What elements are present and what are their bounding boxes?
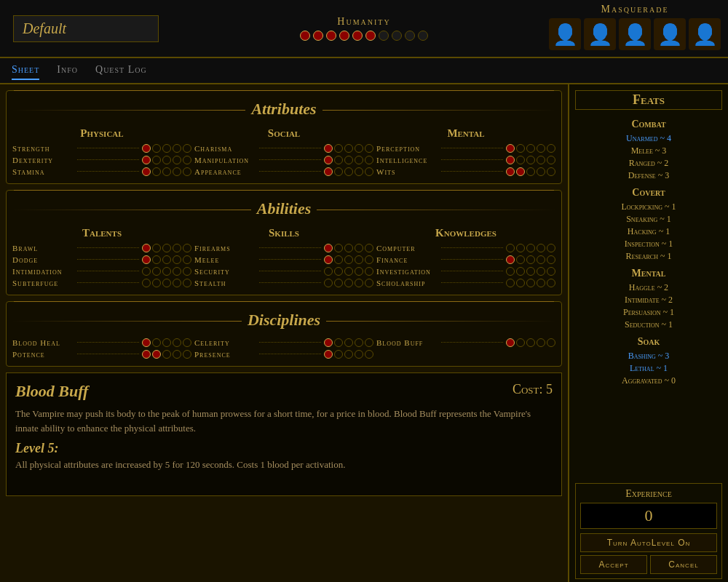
stat-dot[interactable] — [526, 156, 535, 164]
stat-dot[interactable] — [142, 144, 151, 153]
stat-dots[interactable] — [324, 255, 373, 264]
stat-dot[interactable] — [344, 279, 353, 287]
stat-dots[interactable] — [506, 144, 555, 153]
humanity-dot[interactable] — [392, 31, 402, 41]
stat-dot[interactable] — [547, 279, 555, 287]
stat-dot[interactable] — [152, 244, 161, 252]
humanity-dot[interactable] — [365, 31, 376, 41]
stat-dot[interactable] — [547, 338, 555, 347]
stat-dot[interactable] — [162, 267, 171, 276]
stat-dot[interactable] — [152, 144, 161, 153]
stat-dot[interactable] — [152, 167, 161, 176]
autolevel-button[interactable]: Turn AutoLevel On — [580, 533, 717, 552]
stat-dot[interactable] — [324, 279, 333, 287]
stat-dot[interactable] — [526, 279, 535, 287]
stat-dot[interactable] — [365, 167, 373, 176]
stat-dot[interactable] — [344, 244, 353, 252]
stat-dot[interactable] — [516, 156, 525, 164]
stat-dot[interactable] — [162, 156, 171, 164]
stat-dot[interactable] — [355, 144, 363, 153]
stat-dot[interactable] — [526, 267, 535, 276]
stat-dot[interactable] — [162, 350, 171, 359]
stat-dot[interactable] — [324, 167, 333, 176]
stat-dot[interactable] — [334, 144, 343, 153]
stat-dot[interactable] — [344, 267, 353, 276]
stat-dot[interactable] — [334, 255, 343, 264]
stat-dot[interactable] — [173, 338, 181, 347]
stat-dot[interactable] — [365, 267, 373, 276]
stat-dot[interactable] — [324, 244, 333, 252]
stat-dots[interactable] — [142, 255, 191, 264]
stat-dot[interactable] — [526, 167, 535, 176]
stat-dot[interactable] — [183, 279, 191, 287]
stat-dot[interactable] — [162, 279, 171, 287]
stat-dot[interactable] — [365, 156, 373, 164]
stat-dot[interactable] — [506, 267, 515, 276]
stat-dots[interactable] — [324, 338, 373, 347]
tab-quest-log[interactable]: Quest Log — [95, 61, 147, 80]
stat-dot[interactable] — [334, 156, 343, 164]
stat-dot[interactable] — [355, 255, 363, 264]
stat-dot[interactable] — [183, 244, 191, 252]
stat-dot[interactable] — [344, 338, 353, 347]
stat-dot[interactable] — [506, 338, 515, 347]
stat-dot[interactable] — [324, 255, 333, 264]
stat-dot[interactable] — [173, 255, 181, 264]
stat-dots[interactable] — [324, 156, 373, 164]
stat-dot[interactable] — [344, 144, 353, 153]
cancel-button[interactable]: Cancel — [650, 555, 717, 574]
stat-dot[interactable] — [506, 144, 515, 153]
stat-dot[interactable] — [173, 267, 181, 276]
humanity-dot[interactable] — [326, 31, 336, 41]
stat-dot[interactable] — [537, 338, 545, 347]
stat-dot[interactable] — [173, 144, 181, 153]
stat-dot[interactable] — [537, 279, 545, 287]
stat-dot[interactable] — [516, 244, 525, 252]
humanity-dot[interactable] — [300, 31, 310, 41]
stat-dots[interactable] — [324, 144, 373, 153]
stat-dots[interactable] — [506, 244, 555, 252]
stat-dots[interactable] — [142, 338, 191, 347]
stat-dot[interactable] — [355, 338, 363, 347]
stat-dot[interactable] — [537, 167, 545, 176]
stat-dots[interactable] — [324, 279, 373, 287]
stat-dots[interactable] — [142, 156, 191, 164]
stat-dot[interactable] — [547, 156, 555, 164]
stat-dot[interactable] — [173, 279, 181, 287]
stat-dots[interactable] — [506, 338, 555, 347]
stat-dot[interactable] — [537, 144, 545, 153]
stat-dot[interactable] — [516, 279, 525, 287]
stat-dot[interactable] — [183, 144, 191, 153]
stat-dot[interactable] — [516, 338, 525, 347]
stat-dot[interactable] — [516, 267, 525, 276]
stat-dots[interactable] — [506, 255, 555, 264]
stat-dot[interactable] — [537, 267, 545, 276]
stat-dot[interactable] — [173, 244, 181, 252]
stat-dots[interactable] — [324, 167, 373, 176]
stat-dot[interactable] — [324, 144, 333, 153]
stat-dot[interactable] — [506, 279, 515, 287]
stat-dot[interactable] — [537, 244, 545, 252]
stat-dot[interactable] — [183, 255, 191, 264]
humanity-dot[interactable] — [379, 31, 389, 41]
stat-dots[interactable] — [142, 279, 191, 287]
stat-dot[interactable] — [142, 267, 151, 276]
stat-dot[interactable] — [152, 255, 161, 264]
stat-dot[interactable] — [506, 167, 515, 176]
stat-dots[interactable] — [142, 144, 191, 153]
stat-dot[interactable] — [355, 244, 363, 252]
stat-dots[interactable] — [142, 244, 191, 252]
stat-dot[interactable] — [344, 350, 353, 359]
stat-dot[interactable] — [142, 338, 151, 347]
stat-dot[interactable] — [142, 279, 151, 287]
stat-dot[interactable] — [152, 267, 161, 276]
stat-dot[interactable] — [547, 267, 555, 276]
stat-dot[interactable] — [334, 350, 343, 359]
stat-dot[interactable] — [526, 244, 535, 252]
stat-dot[interactable] — [334, 338, 343, 347]
stat-dot[interactable] — [152, 338, 161, 347]
stat-dot[interactable] — [324, 350, 333, 359]
stat-dot[interactable] — [324, 156, 333, 164]
stat-dot[interactable] — [183, 267, 191, 276]
stat-dot[interactable] — [516, 255, 525, 264]
